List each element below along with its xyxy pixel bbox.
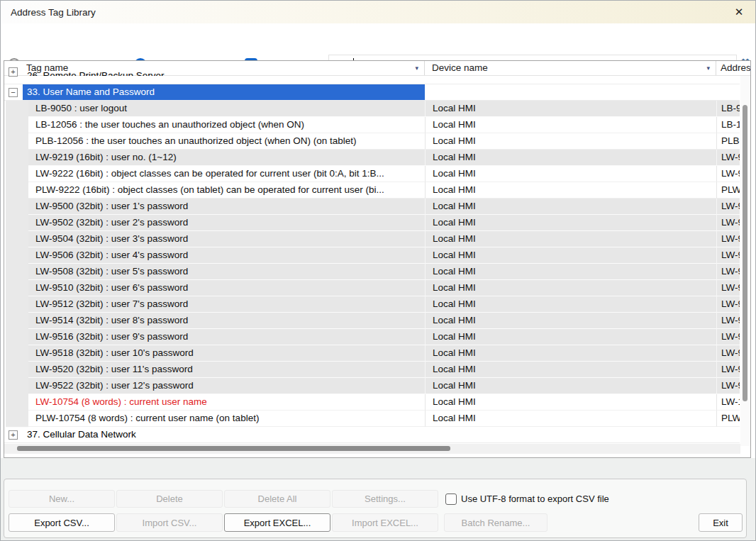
tree-gutter xyxy=(4,231,28,247)
close-icon[interactable]: ✕ xyxy=(730,4,748,21)
tag-name-cell: LW-10754 (8 words) : current user name xyxy=(28,394,425,411)
tag-name-cell: PLW-9222 (16bit) : object classes (on ta… xyxy=(28,182,425,199)
tag-row[interactable]: LW-9222 (16bit) : object classes can be … xyxy=(4,166,740,182)
tag-row[interactable]: LW-9520 (32bit) : user 11's passwordLoca… xyxy=(4,362,740,378)
tag-table: Tag name▾ Device name▾ Address +26. Remo… xyxy=(4,60,751,458)
tree-gutter: + xyxy=(4,68,23,76)
tag-row[interactable]: LW-9502 (32bit) : user 2's passwordLocal… xyxy=(4,215,740,231)
tag-row[interactable]: PLW-10754 (8 words) : current user name … xyxy=(4,411,740,427)
device-name-cell: Local HMI xyxy=(425,247,716,264)
device-name-cell: Local HMI xyxy=(425,182,716,199)
device-name-cell: Local HMI xyxy=(425,101,716,117)
address-cell: LW-10754 xyxy=(716,394,740,411)
horizontal-scrollbar-thumb[interactable] xyxy=(17,446,450,451)
filter-bar: User-defined tags System tags ✓ Classifi… xyxy=(1,23,755,60)
exit-button[interactable]: Exit xyxy=(699,513,743,532)
export-excel-button[interactable]: Export EXCEL... xyxy=(224,513,330,532)
tag-name-cell: LW-9514 (32bit) : user 8's password xyxy=(28,313,425,329)
button-row-2: Export CSV...Import CSV...Export EXCEL..… xyxy=(9,513,549,532)
tag-row[interactable]: LW-9518 (32bit) : user 10's passwordLoca… xyxy=(4,345,740,362)
address-cell: LW-9518 xyxy=(716,345,740,362)
address-cell: PLW-9222 xyxy=(716,182,740,199)
checkbox-unchecked-icon[interactable] xyxy=(445,493,457,505)
tree-gutter xyxy=(4,313,28,329)
footer: New...DeleteDelete AllSettings...Use UTF… xyxy=(1,458,755,541)
sort-dropdown-icon[interactable]: ▾ xyxy=(706,61,710,75)
tag-row[interactable]: LW-9516 (32bit) : user 9's passwordLocal… xyxy=(4,329,740,345)
tag-row[interactable]: LW-9500 (32bit) : user 1's passwordLocal… xyxy=(4,199,740,215)
tag-row[interactable]: LW-9504 (32bit) : user 3's passwordLocal… xyxy=(4,231,740,247)
tag-row[interactable]: LW-9219 (16bit) : user no. (1~12)Local H… xyxy=(4,150,740,166)
settings-button[interactable]: Settings... xyxy=(332,490,438,508)
tree-category-row[interactable]: −33. User Name and Password xyxy=(4,84,740,101)
tag-name-cell: LW-9502 (32bit) : user 2's password xyxy=(28,215,425,231)
tag-row[interactable]: LW-9508 (32bit) : user 5's passwordLocal… xyxy=(4,264,740,280)
address-tag-library-dialog: Address Tag Library ✕ User-defined tags … xyxy=(0,0,756,541)
tree-gutter xyxy=(4,215,28,231)
tree-gutter xyxy=(4,394,28,411)
tree-gutter xyxy=(4,101,28,117)
tag-row[interactable]: PLB-12056 : the user touches an unauthor… xyxy=(4,133,740,150)
tag-name-cell: LW-9522 (32bit) : user 12's password xyxy=(28,378,425,394)
tree-gutter xyxy=(4,296,28,313)
collapse-icon[interactable]: − xyxy=(9,88,18,97)
tag-row[interactable]: LW-10754 (8 words) : current user nameLo… xyxy=(4,394,740,411)
device-name-cell: Local HMI xyxy=(425,394,716,411)
expand-icon[interactable]: + xyxy=(9,67,18,77)
tag-row[interactable]: LW-9506 (32bit) : user 4's passwordLocal… xyxy=(4,247,740,264)
tag-name-cell: LW-9222 (16bit) : object classes can be … xyxy=(28,166,425,182)
batch-rename-button[interactable]: Batch Rename... xyxy=(444,513,547,532)
tree-gutter xyxy=(4,166,28,182)
address-cell: LW-9514 xyxy=(716,313,740,329)
tree-category-row[interactable]: +37. Cellular Data Network xyxy=(4,427,740,443)
device-name-cell: Local HMI xyxy=(425,329,716,345)
tag-name-cell: LW-9500 (32bit) : user 1's password xyxy=(28,199,425,215)
device-name-cell: Local HMI xyxy=(425,411,716,427)
device-name-cell: Local HMI xyxy=(425,313,716,329)
tag-row[interactable]: LB-9050 : user logoutLocal HMILB-9050 xyxy=(4,101,740,117)
address-cell: LW-9508 xyxy=(716,264,740,280)
address-cell: PLB-12056 xyxy=(716,133,740,150)
tag-name-cell: LB-9050 : user logout xyxy=(28,101,425,117)
tag-name-cell: LW-9520 (32bit) : user 11's password xyxy=(28,362,425,378)
utf8-export-checkbox[interactable]: Use UTF-8 format to export CSV file xyxy=(445,490,609,508)
address-cell: LW-9504 xyxy=(716,231,740,247)
device-name-cell: Local HMI xyxy=(425,231,716,247)
tag-row[interactable]: LB-12056 : the user touches an unauthori… xyxy=(4,117,740,133)
tag-row[interactable]: LW-9510 (32bit) : user 6's passwordLocal… xyxy=(4,280,740,296)
tree-gutter: − xyxy=(4,84,23,100)
tag-row[interactable]: PLW-9222 (16bit) : object classes (on ta… xyxy=(4,182,740,199)
delete-button[interactable]: Delete xyxy=(116,490,223,508)
device-name-cell: Local HMI xyxy=(425,215,716,231)
tree-gutter xyxy=(4,264,28,280)
address-cell: LW-9500 xyxy=(716,199,740,215)
tree-gutter xyxy=(4,133,28,150)
import-csv-button[interactable]: Import CSV... xyxy=(116,513,223,532)
tag-row[interactable]: LW-9522 (32bit) : user 12's passwordLoca… xyxy=(4,378,740,394)
vertical-scrollbar-thumb[interactable] xyxy=(743,105,747,401)
export-csv-button[interactable]: Export CSV... xyxy=(9,513,115,532)
import-excel-button[interactable]: Import EXCEL... xyxy=(332,513,438,532)
tag-row[interactable]: LW-9514 (32bit) : user 8's passwordLocal… xyxy=(4,313,740,329)
tree-category-row[interactable]: +26. Remote Print/Backup Server xyxy=(4,76,740,84)
address-cell: LW-9510 xyxy=(716,280,740,296)
tree-gutter xyxy=(4,411,28,427)
address-cell: LW-9502 xyxy=(716,215,740,231)
new-button[interactable]: New... xyxy=(9,490,115,508)
address-cell: LW-9516 xyxy=(716,329,740,345)
delete-all-button[interactable]: Delete All xyxy=(224,490,330,508)
address-cell: LW-9222 xyxy=(716,166,740,182)
horizontal-scrollbar[interactable] xyxy=(4,444,740,454)
tree-gutter xyxy=(4,378,28,394)
tree-gutter: + xyxy=(4,427,23,442)
tag-name-cell: LW-9510 (32bit) : user 6's password xyxy=(28,280,425,296)
column-header-address[interactable]: Address xyxy=(716,61,750,75)
tag-name-cell: LW-9508 (32bit) : user 5's password xyxy=(28,264,425,280)
button-row-1: New...DeleteDelete AllSettings...Use UTF… xyxy=(9,490,609,508)
tree-gutter xyxy=(4,280,28,296)
expand-icon[interactable]: + xyxy=(9,430,18,440)
column-header-device-name[interactable]: Device name▾ xyxy=(425,61,716,75)
vertical-scrollbar[interactable] xyxy=(740,76,750,446)
tree-gutter xyxy=(4,247,28,264)
tag-row[interactable]: LW-9512 (32bit) : user 7's passwordLocal… xyxy=(4,296,740,313)
